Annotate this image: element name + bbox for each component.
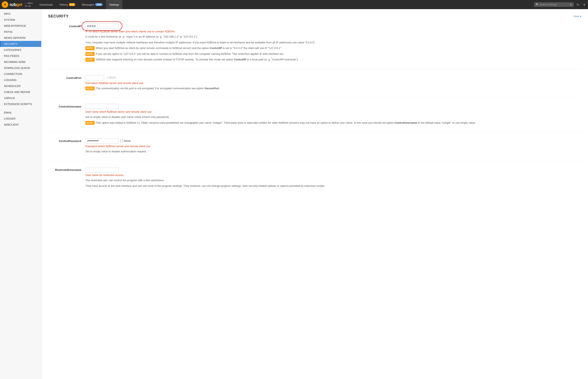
setting-label-control-ip: ControlIP [48, 23, 85, 28]
control-username-primary-desc: User name which NZBGet server and remote… [85, 110, 581, 113]
refresh-button[interactable]: ↻ [575, 2, 581, 7]
sidebar-item-logger[interactable]: LOGGER [0, 116, 41, 122]
search-box[interactable]: 🔍 ✕ [534, 2, 574, 7]
sidebar-item-rss-feeds[interactable]: RSS FEEDS [0, 53, 41, 59]
search-clear-icon[interactable]: ✕ [570, 3, 572, 6]
logo: nzbget [2, 1, 22, 8]
nav-downloads[interactable]: Downloads [36, 0, 56, 9]
show-password-checkbox-label[interactable]: Show [120, 139, 131, 142]
show-password-label: Show [124, 139, 131, 142]
logo-get: get [16, 2, 22, 7]
search-input[interactable] [540, 3, 569, 6]
note-badge-1: NOTE: [85, 46, 95, 50]
content-header: SECURITY View ▾ [48, 14, 581, 18]
control-password-primary-desc: Password which NZBGet server and remote … [85, 145, 581, 148]
topnav: nzbget --- MB/s 0h 0m Downloads History … [0, 0, 588, 9]
sidebar-item-nzbclient[interactable]: NZBCLIENT [0, 122, 41, 128]
control-port-hint: 1-65535 [107, 76, 116, 79]
sidebar-item-categories[interactable]: CATEGORIES [0, 47, 41, 53]
sidebar-item-incoming-nzbs[interactable]: INCOMING NZBS [0, 59, 41, 65]
sidebar-item-scheduler[interactable]: SCHEDULER [0, 83, 41, 89]
setting-control-ip: ControlIP IP on which NZBGet server list… [48, 23, 581, 69]
setting-content-control-ip: IP on which NZBGet server listen and whi… [85, 23, 581, 63]
control-username-input[interactable] [85, 104, 118, 109]
main-layout: INFO SYSTEM WEB-INTERFACE PATHS NEWS-SER… [0, 9, 588, 379]
sidebar: INFO SYSTEM WEB-INTERFACE PATHS NEWS-SER… [0, 9, 42, 379]
password-input-row: Show [85, 138, 581, 143]
sidebar-item-check-and-repair[interactable]: CHECK AND REPAIR [0, 89, 41, 95]
sidebar-item-paths[interactable]: PATHS [0, 29, 41, 35]
restricted-username-desc1: The restricted user can control the prog… [85, 178, 581, 182]
page-title: SECURITY [48, 14, 69, 18]
sidebar-item-email[interactable]: EMAIL [0, 110, 41, 116]
show-password-checkbox[interactable] [120, 140, 123, 142]
setting-content-control-password: Show Password which NZBGet server and re… [85, 138, 581, 155]
speed-display: --- MB/s 0h 0m [25, 2, 33, 8]
restricted-username-input[interactable] [85, 167, 118, 172]
setting-content-restricted-username: User name for restricted access. The res… [85, 167, 581, 190]
note-badge-port-1: NOTE: [85, 87, 95, 91]
note-text-1: When you start NZBGet as client (to send… [96, 46, 581, 50]
setting-label-restricted-username: RestrictedUsername [48, 167, 85, 172]
control-port-primary-desc: Port which NZBGet server and remote clie… [85, 81, 581, 85]
view-button[interactable]: View ▾ [573, 15, 581, 18]
sidebar-item-system[interactable]: SYSTEM [0, 17, 41, 23]
note-text-2: If you set the option to "127.0.0.1" you… [96, 52, 581, 56]
restricted-username-desc2: They have access to the web-interface an… [85, 184, 581, 188]
content-area: SECURITY View ▾ ControlIP IP on which NZ… [42, 9, 588, 379]
speed-value: --- MB/s [25, 2, 33, 5]
note-text-user-1: This option was added in NZBGet 11. Olde… [96, 121, 581, 125]
sidebar-divider [0, 107, 41, 110]
sidebar-item-unpack[interactable]: UNPACK [0, 95, 41, 101]
control-ip-input[interactable] [85, 23, 118, 29]
setting-control-password: ControlPassword Show Password which NZBG… [48, 138, 581, 161]
sidebar-item-logging[interactable]: LOGGING [0, 77, 41, 83]
note-badge-user-1: NOTE: [85, 121, 95, 125]
control-password-desc: Set to empty value to disable authorizat… [85, 149, 581, 154]
control-password-input[interactable] [85, 138, 118, 143]
time-value: 0h 0m [25, 5, 33, 7]
setting-label-control-password: ControlPassword [48, 138, 85, 142]
logo-icon [2, 1, 8, 8]
sidebar-item-security[interactable]: SECURITY [0, 41, 41, 47]
setting-label-control-username: ControlUsername [48, 104, 85, 108]
sidebar-item-web-interface[interactable]: WEB-INTERFACE [0, 23, 41, 29]
control-ip-note-3: NOTE: NZBGet also supports listening on … [85, 58, 581, 62]
control-ip-primary-desc: IP on which NZBGet server listen and whi… [85, 30, 581, 33]
nav-settings[interactable]: Settings [106, 0, 122, 9]
setting-control-username: ControlUsername User name which NZBGet s… [48, 104, 581, 132]
control-port-input[interactable] [85, 75, 104, 80]
logo-nzb: nzb [10, 2, 16, 7]
note-text-3: NZBGet also supports listening on Unix d… [96, 58, 581, 62]
setting-control-port: ControlPort 1-65535 Port which NZBGet se… [48, 75, 581, 98]
nav-messages[interactable]: Messages 1000 [79, 0, 106, 9]
setting-label-control-port: ControlPort [48, 75, 85, 79]
setting-content-control-port: 1-65535 Port which NZBGet server and rem… [85, 75, 581, 92]
history-badge: 143 [69, 3, 75, 6]
setting-content-control-username: User name which NZBGet server and remote… [85, 104, 581, 126]
control-ip-note-1: NOTE: When you start NZBGet as client (t… [85, 46, 581, 50]
menu-button[interactable]: ▾ [582, 2, 586, 7]
messages-badge: 1000 [95, 3, 103, 6]
logo-text: nzbget [10, 2, 22, 7]
sidebar-item-download-queue[interactable]: DOWNLOAD QUEUE [0, 65, 41, 71]
search-icon: 🔍 [536, 3, 539, 6]
note-text-port-1: The communication via this port is not e… [96, 86, 581, 91]
note-badge-3: NOTE: [85, 58, 95, 62]
setting-restricted-username: RestrictedUsername User name for restric… [48, 167, 581, 195]
sidebar-item-news-servers[interactable]: NEWS-SERVERS [0, 35, 41, 41]
control-ip-input-wrapper [85, 23, 118, 29]
sidebar-item-info[interactable]: INFO [0, 11, 41, 17]
sidebar-item-extension-scripts[interactable]: EXTENSION SCRIPTS [0, 101, 41, 107]
note-badge-2: NOTE: [85, 52, 95, 56]
control-ip-desc1: It could be a dns-hostname (e. g. "mypc"… [85, 35, 581, 39]
control-port-note-1: NOTE: The communication via this port is… [85, 86, 581, 91]
main-nav: Downloads History 143 Messages 1000 Sett… [36, 0, 534, 9]
control-ip-desc2: Your computer may have multiple network … [85, 40, 581, 45]
control-ip-note-2: NOTE: If you set the option to "127.0.0.… [85, 52, 581, 56]
sidebar-item-connection[interactable]: CONNECTION [0, 71, 41, 77]
nav-history[interactable]: History 143 [56, 0, 79, 9]
control-username-desc: Set to empty value to disable user name … [85, 115, 581, 119]
control-username-note-1: NOTE: This option was added in NZBGet 11… [85, 121, 581, 125]
restricted-username-primary-desc: User name for restricted access. [85, 174, 581, 177]
